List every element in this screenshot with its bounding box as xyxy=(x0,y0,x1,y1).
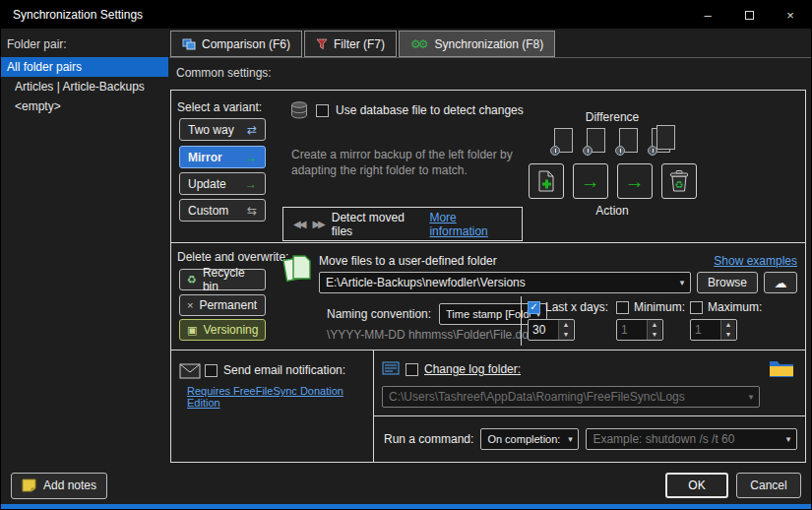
spin-up-icon[interactable]: ▲ xyxy=(648,320,661,330)
versioning-path-row: ▾ Browse ☁ xyxy=(319,272,797,293)
close-button[interactable]: × xyxy=(770,1,811,29)
last-x-days-group: ✓ Last x days: ▲ ▼ xyxy=(528,300,608,341)
green-arrow-icon: → xyxy=(581,171,600,191)
versioning-icon: ▣ xyxy=(187,324,197,337)
tab-comparison[interactable]: Comparison (F6) xyxy=(170,31,302,57)
folder-pair-sidebar: Folder pair: All folder pairs Articles |… xyxy=(1,29,168,466)
delete-overwrite-section: Delete and overwrite: ♻ Recycle bin × Pe… xyxy=(170,242,806,351)
naming-convention-value: Time stamp [Folder] xyxy=(440,308,531,320)
cloud-icon: ☁ xyxy=(775,276,787,290)
create-file-icon xyxy=(534,169,558,193)
sidebar-item-empty[interactable]: <empty> xyxy=(1,96,168,116)
last-x-days-input[interactable] xyxy=(529,320,558,340)
log-command-cell: Change log folder: C:\Users\Tashreef\App… xyxy=(374,351,805,462)
log-folder-browse-button[interactable] xyxy=(766,354,797,382)
spin-down-icon[interactable]: ▼ xyxy=(648,330,661,340)
minimum-label: Minimum: xyxy=(634,300,685,314)
recycle-bin-label: Recycle bin xyxy=(203,266,258,293)
moved-left-icon: ◀◀ xyxy=(293,219,304,229)
action-overwrite-right-button[interactable]: → xyxy=(617,163,653,199)
cancel-button[interactable]: Cancel xyxy=(736,473,801,498)
action-create-right-button[interactable] xyxy=(529,163,564,199)
action-label: Action xyxy=(519,204,706,218)
variant-mirror-button[interactable]: Mirror → xyxy=(179,146,266,168)
tab-synchronization[interactable]: ⚙⚙ Synchronization (F8) xyxy=(399,31,555,57)
bottom-section: Send email notification: Requires FreeFi… xyxy=(170,350,806,463)
cloud-button[interactable]: ☁ xyxy=(764,272,797,293)
minimize-icon: – xyxy=(704,8,711,23)
spin-down-icon[interactable]: ▼ xyxy=(721,330,735,340)
action-delete-right-button[interactable]: ♻ xyxy=(661,163,697,199)
send-email-checkbox[interactable] xyxy=(205,364,218,377)
variant-custom-button[interactable]: Custom ⇆ xyxy=(179,199,266,222)
synchronization-settings-dialog: Synchronization Settings – × Folder pair… xyxy=(0,0,812,510)
select-variant-label: Select a variant: xyxy=(177,100,262,114)
email-icon xyxy=(179,363,201,379)
spin-up-icon[interactable]: ▲ xyxy=(559,320,573,330)
variant-section: Select a variant: Two way ⇄ Mirror → Upd… xyxy=(170,90,806,243)
folder-icon xyxy=(769,358,794,378)
add-notes-label: Add notes xyxy=(43,478,96,492)
tabstrip-divider xyxy=(169,57,811,58)
recycle-bin-button[interactable]: ♻ Recycle bin xyxy=(179,269,266,290)
send-email-label: Send email notification: xyxy=(223,363,345,377)
svg-text:♻: ♻ xyxy=(674,179,683,190)
maximize-icon xyxy=(745,11,754,20)
browse-button[interactable]: Browse xyxy=(697,272,758,293)
difference-action-grid: Difference → → xyxy=(519,110,706,218)
minimum-input[interactable] xyxy=(617,320,647,340)
detect-moved-files-box: ◀◀ ▶▶ Detect moved files More informatio… xyxy=(282,207,523,241)
naming-convention-row: Naming convention: Time stamp [Folder] ▾ xyxy=(327,303,547,325)
delete-overwrite-label: Delete and overwrite: xyxy=(177,250,288,264)
sidebar-item-all-folder-pairs[interactable]: All folder pairs xyxy=(1,57,168,77)
versioning-label: Versioning xyxy=(203,323,258,337)
log-list-icon xyxy=(382,361,400,375)
minimize-button[interactable]: – xyxy=(687,1,728,29)
permanent-button[interactable]: × Permanent xyxy=(179,294,266,316)
spin-up-icon[interactable]: ▲ xyxy=(721,320,735,330)
command-input[interactable] xyxy=(587,432,781,446)
use-database-checkbox[interactable] xyxy=(316,104,329,117)
diff-left-newer-icon xyxy=(587,128,605,153)
variant-two-way-button[interactable]: Two way ⇄ xyxy=(179,118,266,141)
command-when-select[interactable]: On completion: ▾ xyxy=(480,428,579,450)
versioning-folder-combo[interactable]: ▾ xyxy=(319,272,691,293)
database-icon xyxy=(289,101,309,119)
show-examples-link[interactable]: Show examples xyxy=(714,254,797,268)
action-update-right-button[interactable]: → xyxy=(573,163,608,199)
dropdown-arrow-icon: ▾ xyxy=(743,392,759,402)
clock-badge-icon xyxy=(583,146,593,156)
versioning-divider xyxy=(521,296,522,346)
dropdown-arrow-icon[interactable]: ▾ xyxy=(674,278,690,287)
spin-down-icon[interactable]: ▼ xyxy=(559,330,573,340)
sidebar-item-articles-backups[interactable]: Articles | Article-Backups xyxy=(1,77,168,96)
window-controls: – × xyxy=(687,1,811,29)
maximum-input[interactable] xyxy=(691,320,720,340)
folder-pair-label: Folder pair: xyxy=(1,29,168,57)
versioning-button[interactable]: ▣ Versioning xyxy=(179,319,266,341)
dropdown-arrow-icon[interactable]: ▾ xyxy=(781,434,796,444)
maximum-label: Maximum: xyxy=(708,300,762,314)
maximum-stepper: ▲ ▼ xyxy=(690,319,737,341)
variant-update-button[interactable]: Update → xyxy=(179,172,266,195)
donation-edition-link[interactable]: Requires FreeFileSync Donation Edition xyxy=(187,385,373,409)
clock-badge-icon xyxy=(550,146,560,156)
move-files-label: Move files to a user-defined folder xyxy=(319,254,497,268)
move-files-pages-icon xyxy=(281,253,311,287)
more-information-link[interactable]: More information xyxy=(429,211,512,238)
maximum-checkbox[interactable] xyxy=(690,301,703,314)
change-log-folder-checkbox[interactable] xyxy=(406,363,418,376)
action-buttons: → → ♻ xyxy=(519,163,706,199)
log-folder-path: C:\Users\Tashreef\AppData\Roaming\FreeFi… xyxy=(383,390,743,404)
custom-icon: ⇆ xyxy=(247,204,257,218)
ok-button[interactable]: OK xyxy=(665,473,728,498)
diff-left-only-icon xyxy=(554,128,573,153)
add-notes-button[interactable]: Add notes xyxy=(11,473,107,499)
minimum-checkbox[interactable] xyxy=(616,301,629,314)
difference-icons xyxy=(519,128,706,156)
last-x-days-checkbox[interactable]: ✓ xyxy=(528,301,540,314)
maximize-button[interactable] xyxy=(728,1,770,29)
versioning-folder-input[interactable] xyxy=(320,276,674,289)
window-title: Synchronization Settings xyxy=(1,8,143,22)
tab-filter[interactable]: Filter (F7) xyxy=(304,31,397,57)
